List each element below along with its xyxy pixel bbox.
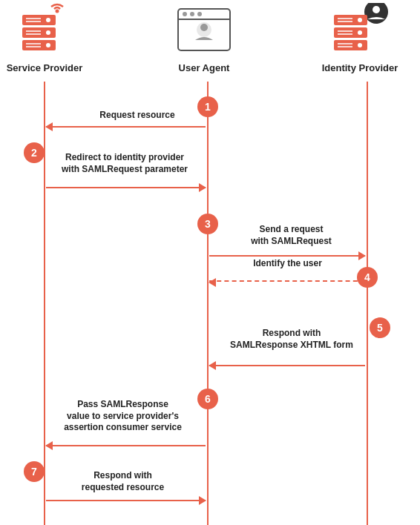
svg-rect-9: [22, 40, 56, 50]
step-7-label: Respond withrequested resource: [50, 470, 195, 493]
step-7-arrow: [46, 500, 206, 501]
step-1-circle: 1: [197, 96, 218, 117]
step-6-label: Pass SAMLResponsevalue to service provid…: [50, 399, 195, 434]
svg-point-0: [56, 10, 59, 13]
step-5-label: Respond withSAMLResponse XHTML form: [221, 328, 362, 351]
svg-point-31: [358, 43, 362, 47]
step-1-arrow: [46, 126, 206, 128]
step-2-arrow: [46, 187, 206, 188]
step-5-arrow: [209, 365, 365, 366]
svg-point-21: [373, 6, 380, 13]
svg-point-16: [190, 12, 194, 16]
step-2-label: Redirect to identity providerwith SAMLRe…: [50, 152, 199, 175]
svg-rect-26: [334, 27, 367, 38]
svg-rect-1: [22, 15, 56, 25]
step-1-label: Request resource: [74, 110, 200, 122]
step-2-circle: 2: [24, 142, 45, 163]
step-4-label: Identify the user: [223, 258, 352, 270]
step-3-label: Send a requestwith SAMLRequest: [223, 224, 360, 247]
step-3-circle: 3: [197, 214, 218, 234]
step-4-circle: 4: [357, 267, 378, 288]
svg-point-6: [46, 30, 50, 35]
svg-point-23: [358, 18, 362, 22]
svg-point-17: [197, 12, 202, 16]
actor-sp: Service Provider: [0, 0, 89, 73]
step-5-circle: 5: [370, 317, 390, 338]
actor-ua: User Agent: [160, 0, 249, 73]
svg-rect-22: [334, 15, 367, 25]
step-6-arrow: [46, 445, 206, 446]
svg-point-10: [46, 43, 50, 47]
idp-icon: [330, 0, 390, 59]
svg-point-2: [46, 18, 50, 22]
step-3-arrow: [209, 255, 365, 257]
sp-icon: [15, 0, 74, 59]
idp-label: Identity Provider: [322, 62, 398, 73]
lifeline-ua: [207, 82, 209, 525]
step-6-circle: 6: [197, 389, 218, 409]
saml-flow-diagram: Service Provider User Agent: [0, 0, 420, 525]
svg-point-19: [200, 24, 208, 31]
actor-idp: Identity Provider: [315, 0, 404, 73]
sp-label: Service Provider: [7, 62, 83, 73]
svg-rect-5: [22, 27, 56, 38]
ua-icon: [174, 0, 234, 59]
svg-point-15: [183, 12, 187, 16]
step-4-arrow: [209, 280, 365, 282]
lifeline-idp: [367, 82, 368, 525]
svg-point-27: [358, 30, 362, 35]
step-7-circle: 7: [24, 461, 45, 482]
ua-label: User Agent: [179, 62, 230, 73]
lifeline-sp: [44, 82, 45, 525]
svg-rect-30: [334, 40, 367, 50]
